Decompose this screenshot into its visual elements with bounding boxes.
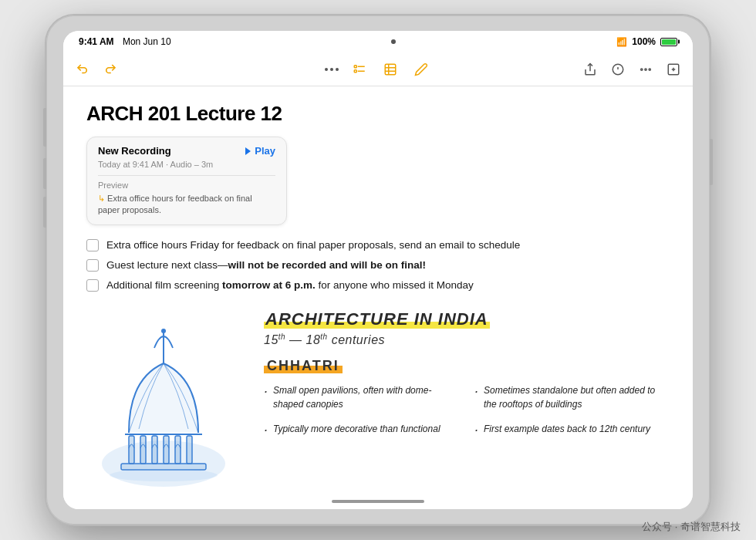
checklist-item: Guest lecture next class—will not be rec… (86, 258, 670, 273)
status-date: Mon Jun 10 (123, 36, 171, 47)
pencil-icon[interactable] (411, 59, 431, 79)
toolbar-left (73, 59, 325, 79)
power-button[interactable] (710, 139, 713, 185)
svg-point-12 (645, 68, 646, 69)
checkbox-2[interactable] (86, 259, 99, 272)
arch-title: ARCHITECTURE IN INDIA (264, 309, 490, 329)
handwriting-content: ARCHITECTURE IN INDIA 15th — 18th centur… (256, 309, 670, 509)
svg-point-18 (161, 329, 166, 333)
battery-icon (660, 38, 677, 46)
undo-icon[interactable] (73, 59, 93, 79)
architecture-sketch (86, 309, 248, 509)
ipad-device: 9:41 AM Mon Jun 10 📶 100% (46, 15, 710, 525)
play-triangle-icon (245, 147, 251, 155)
arrow-icon: ↳ (98, 194, 107, 203)
status-icons: 📶 100% (616, 36, 677, 47)
status-time-area: 9:41 AM Mon Jun 10 (79, 36, 171, 47)
recording-preview-label: Preview (98, 181, 275, 190)
recording-divider (98, 175, 275, 176)
bullet-item-4: First example dates back to 12th century (474, 422, 670, 436)
volume-up-button[interactable] (43, 158, 46, 189)
drawing-area: ARCHITECTURE IN INDIA 15th — 18th centur… (86, 309, 670, 509)
ipad-screen: 9:41 AM Mon Jun 10 📶 100% (63, 31, 693, 509)
svg-point-27 (110, 469, 218, 481)
checklist-item: Extra office hours Friday for feedback o… (86, 238, 670, 253)
svg-point-13 (649, 68, 650, 69)
toolbar (63, 52, 693, 86)
table-icon[interactable] (380, 59, 400, 79)
checkbox-1[interactable] (86, 239, 99, 251)
svg-rect-25 (175, 436, 181, 464)
bullet-item-1: Small open pavilions, often with dome-sh… (264, 383, 459, 411)
bullet-columns: Small open pavilions, often with dome-sh… (264, 383, 670, 447)
redo-icon[interactable] (100, 59, 120, 79)
checklist-text-3: Additional film screening tomorrow at 6 … (106, 278, 474, 293)
svg-rect-0 (354, 65, 356, 67)
checklist-icon[interactable] (349, 59, 370, 79)
svg-rect-21 (129, 436, 134, 464)
svg-point-14 (641, 68, 643, 69)
markup-icon[interactable] (608, 59, 628, 79)
checklist-item: Additional film screening tomorrow at 6 … (86, 278, 670, 293)
svg-rect-20 (121, 464, 206, 470)
recording-card[interactable]: New Recording Play Today at 9:41 AM · Au… (86, 137, 287, 225)
bullet-item-3: Sometimes standalone but often added to … (474, 383, 670, 411)
toolbar-center (325, 59, 431, 79)
svg-rect-22 (140, 436, 146, 464)
recording-title: New Recording (98, 145, 171, 157)
svg-rect-4 (385, 64, 396, 75)
wifi-icon: 📶 (616, 37, 627, 47)
bullet-col-left: Small open pavilions, often with dome-sh… (264, 383, 459, 447)
camera-dot (391, 39, 396, 44)
recording-preview-text: ↳ Extra office hours for feedback on fin… (98, 193, 275, 217)
svg-rect-26 (187, 436, 192, 464)
bullet-col-right: Sometimes standalone but often added to … (474, 383, 670, 447)
checklist-text-2: Guest lecture next class—will not be rec… (106, 258, 426, 273)
checklist-text-1: Extra office hours Friday for feedback o… (106, 238, 520, 253)
recording-meta: Today at 9:41 AM · Audio – 3m (98, 160, 275, 169)
status-time: 9:41 AM (79, 36, 114, 47)
status-bar: 9:41 AM Mon Jun 10 📶 100% (63, 31, 693, 52)
volume-down-button[interactable] (43, 197, 46, 228)
note-title: ARCH 201 Lecture 12 (86, 102, 670, 126)
more-dots-center (325, 68, 339, 71)
checkbox-3[interactable] (86, 279, 99, 292)
recording-header: New Recording Play (98, 145, 275, 157)
play-button[interactable]: Play (245, 145, 275, 157)
svg-rect-24 (164, 436, 169, 464)
battery-percent: 100% (632, 36, 656, 47)
toolbar-right (431, 59, 683, 79)
more-options-icon[interactable] (636, 59, 656, 79)
chhatri-label: CHHATRI (264, 358, 343, 374)
recording-preview-content: Extra office hours for feedback on final… (98, 194, 252, 214)
share-icon[interactable] (580, 59, 600, 79)
arch-subtitle-text: centuries (332, 333, 385, 346)
watermark: 公众号 · 奇谱智慧科技 (642, 520, 741, 534)
sketch-container (86, 309, 256, 509)
edit-icon[interactable] (663, 59, 683, 79)
bullet-item-2: Typically more decorative than functiona… (264, 422, 459, 436)
play-label: Play (255, 145, 275, 157)
note-content: ARCH 201 Lecture 12 New Recording Play T… (63, 86, 693, 509)
svg-rect-23 (152, 436, 157, 464)
checklist: Extra office hours Friday for feedback o… (86, 238, 670, 294)
svg-rect-2 (354, 69, 356, 72)
home-indicator (332, 500, 424, 503)
arch-subtitle: 15th — 18th centuries (264, 332, 670, 347)
